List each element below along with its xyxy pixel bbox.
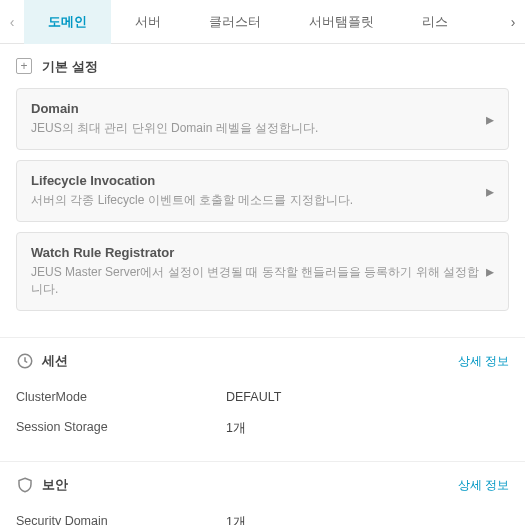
kv-value: 1개 [226,514,246,525]
card-desc: JEUS의 최대 관리 단위인 Domain 레벨을 설정합니다. [31,120,486,137]
tab-listener[interactable]: 리스 [398,0,472,44]
card-title: Watch Rule Registrator [31,245,486,260]
kv-value: 1개 [226,420,246,437]
card-lifecycle[interactable]: Lifecycle Invocation 서버의 각종 Lifecycle 이벤… [16,160,509,222]
kv-key: Session Storage [16,420,226,437]
section-security: 보안 상세 정보 Security Domain 1개 Security Dom… [0,461,525,525]
chevron-right-icon: ▸ [486,110,494,129]
tab-domain[interactable]: 도메인 [24,0,111,44]
plus-box-icon: + [16,58,34,76]
tab-server-template[interactable]: 서버탬플릿 [285,0,398,44]
kv-row: ClusterMode DEFAULT [16,382,509,412]
tabs-scroll-left[interactable]: ‹ [0,14,24,30]
clock-icon [16,352,34,370]
section-title: 세션 [42,352,458,370]
tabs-scroll-right[interactable]: › [501,14,525,30]
card-title: Domain [31,101,486,116]
session-detail-link[interactable]: 상세 정보 [458,353,509,370]
section-session: 세션 상세 정보 ClusterMode DEFAULT Session Sto… [0,337,525,461]
tab-bar: ‹ 도메인 서버 클러스터 서버탬플릿 리스 › [0,0,525,44]
section-basic: + 기본 설정 Domain JEUS의 최대 관리 단위인 Domain 레벨… [0,44,525,337]
kv-key: ClusterMode [16,390,226,404]
chevron-right-icon: ▸ [486,262,494,281]
tab-cluster[interactable]: 클러스터 [185,0,285,44]
shield-icon [16,476,34,494]
section-title: 기본 설정 [42,58,509,76]
kv-value: DEFAULT [226,390,281,404]
section-title: 보안 [42,476,458,494]
card-title: Lifecycle Invocation [31,173,486,188]
card-desc: JEUS Master Server에서 설정이 변경될 때 동작할 핸들러들을… [31,264,486,298]
tab-server[interactable]: 서버 [111,0,185,44]
card-domain[interactable]: Domain JEUS의 최대 관리 단위인 Domain 레벨을 설정합니다.… [16,88,509,150]
kv-row: Session Storage 1개 [16,412,509,445]
chevron-right-icon: ▸ [486,182,494,201]
card-watch-rule[interactable]: Watch Rule Registrator JEUS Master Serve… [16,232,509,311]
kv-row: Security Domain 1개 [16,506,509,525]
card-desc: 서버의 각종 Lifecycle 이벤트에 호출할 메소드를 지정합니다. [31,192,486,209]
kv-key: Security Domain [16,514,226,525]
security-detail-link[interactable]: 상세 정보 [458,477,509,494]
